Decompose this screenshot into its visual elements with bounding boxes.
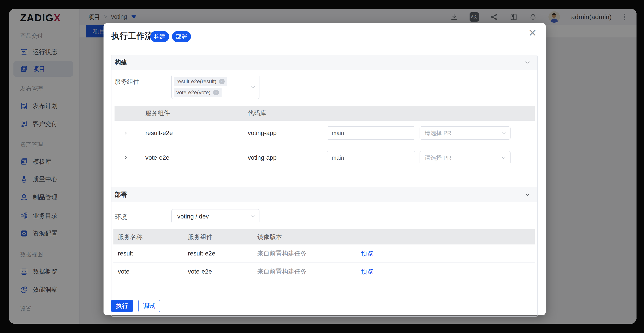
remove-tag-icon[interactable]: × <box>219 78 225 84</box>
service-name: result <box>118 244 133 262</box>
column-service-component: 服务组件 <box>145 106 170 121</box>
repo-name: voting-app <box>248 145 277 170</box>
chevron-down-icon[interactable] <box>524 192 531 198</box>
selected-service-label: result-e2e(result) <box>176 78 216 84</box>
branch-input[interactable] <box>327 126 416 140</box>
modal-title: 执行工作流 <box>111 30 153 42</box>
screen: ZADIGX 产品交付 运行状态 PM 项目 发布管理 发布计划 客户交付 资产… <box>0 0 644 333</box>
column-service-name: 服务名称 <box>118 229 142 244</box>
chevron-down-icon[interactable] <box>524 59 531 66</box>
build-row-result-e2e: result-e2e voting-app 请选择 PR <box>114 121 535 145</box>
build-row-vote-e2e: vote-e2e voting-app 请选择 PR <box>114 145 535 170</box>
column-service-component: 服务组件 <box>188 229 212 244</box>
pr-select-placeholder: 请选择 PR <box>425 154 451 162</box>
image-version: 来自前置构建任务 <box>257 262 306 280</box>
service-multiselect[interactable]: result-e2e(result) × vote-e2e(vote) × <box>171 75 260 99</box>
environment-label: 环境 <box>115 213 127 221</box>
pr-select[interactable]: 请选择 PR <box>420 151 510 164</box>
close-icon[interactable]: × <box>528 27 537 38</box>
deploy-section-header[interactable]: 部署 <box>112 187 538 202</box>
repo-name: voting-app <box>248 121 277 145</box>
expand-chevron-icon[interactable] <box>123 155 128 160</box>
remove-tag-icon[interactable]: × <box>213 90 219 95</box>
execute-workflow-modal: 执行工作流 构建 部署 × 构建 服务组件 result-e2e(result)… <box>104 23 546 316</box>
chevron-down-icon <box>500 155 507 161</box>
selected-service-tag: vote-e2e(vote) × <box>174 88 222 97</box>
service-component: vote-e2e <box>188 262 212 280</box>
pr-select[interactable]: 请选择 PR <box>420 126 510 140</box>
service-name: result-e2e <box>145 121 173 145</box>
stage-tag-deploy[interactable]: 部署 <box>172 31 191 42</box>
deploy-row-result: result result-e2e 来自前置构建任务 预览 <box>114 244 535 262</box>
chevron-down-icon <box>250 84 256 90</box>
preview-link[interactable]: 预览 <box>361 244 373 262</box>
chevron-down-icon <box>250 214 256 220</box>
divider <box>111 49 538 49</box>
branch-input[interactable] <box>327 151 416 164</box>
build-table-header: 服务组件 代码库 <box>114 106 535 121</box>
environment-value: voting / dev <box>177 213 209 220</box>
deploy-section-title: 部署 <box>115 187 127 202</box>
chevron-down-icon <box>500 130 507 136</box>
debug-button[interactable]: 调试 <box>138 300 160 312</box>
expand-chevron-icon[interactable] <box>123 130 128 136</box>
build-section-title: 构建 <box>115 55 127 70</box>
pr-select-placeholder: 请选择 PR <box>425 129 451 137</box>
service-component: result-e2e <box>188 244 216 262</box>
app-window: ZADIGX 产品交付 运行状态 PM 项目 发布管理 发布计划 客户交付 资产… <box>9 9 636 324</box>
image-version: 来自前置构建任务 <box>257 244 306 262</box>
execute-button[interactable]: 执行 <box>111 300 133 312</box>
column-code-repo: 代码库 <box>248 106 266 121</box>
service-components-label: 服务组件 <box>115 78 140 86</box>
build-section-header[interactable]: 构建 <box>112 55 538 70</box>
stage-tag-build[interactable]: 构建 <box>150 31 169 42</box>
column-image-version: 镜像版本 <box>257 229 282 244</box>
deploy-table-header: 服务名称 服务组件 镜像版本 <box>114 229 535 244</box>
service-name: vote-e2e <box>145 145 169 170</box>
preview-link[interactable]: 预览 <box>361 262 373 280</box>
selected-service-tag: result-e2e(result) × <box>174 77 227 86</box>
deploy-row-vote: vote vote-e2e 来自前置构建任务 预览 <box>114 262 535 280</box>
service-name: vote <box>118 262 130 280</box>
selected-service-label: vote-e2e(vote) <box>176 90 210 96</box>
environment-select[interactable]: voting / dev <box>171 209 260 223</box>
